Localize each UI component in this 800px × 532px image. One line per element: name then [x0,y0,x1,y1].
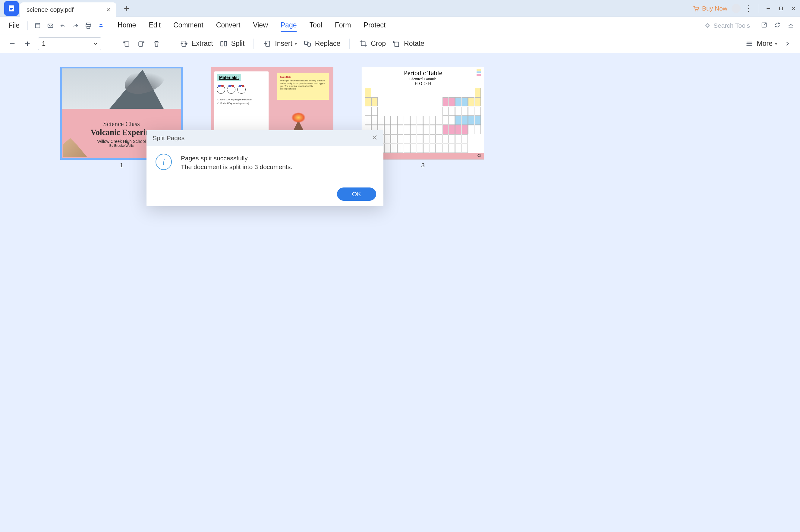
insert-button[interactable]: Insert ▾ [263,39,297,48]
rotate-button[interactable]: Rotate [392,39,424,48]
extract-icon [179,39,188,48]
kebab-menu-icon[interactable]: ⋮ [744,4,753,12]
undo-icon[interactable] [58,21,68,30]
redo-icon[interactable] [71,21,80,30]
insert-icon [263,39,272,48]
dialog-msg2: The document is split into 3 documents. [181,163,292,171]
rotate-label: Rotate [404,39,424,48]
svg-rect-1 [9,5,14,7]
thumb1-line1: Science Class [103,120,140,128]
svg-rect-3 [10,10,12,10]
replace-button[interactable]: Replace [303,39,340,48]
svg-rect-16 [221,41,223,46]
window-maximize-button[interactable] [775,2,787,15]
thumb1-label: 1 [120,162,123,169]
page-number-value: 1 [42,40,45,48]
extract-button[interactable]: Extract [179,39,213,48]
thumb1-line2: Volcanic Experim [91,128,152,137]
buy-now-button[interactable]: Buy Now [692,5,727,12]
user-avatar[interactable] [731,4,741,13]
titlebar: science-copy.pdf Buy Now ⋮ [0,0,800,17]
thumb1-line4: By Brooke Wells [110,144,134,147]
divider [349,39,350,49]
window-close-button[interactable] [787,2,800,15]
split-pages-dialog: Split Pages i Pages split successfully. … [147,130,383,206]
crop-icon [359,39,368,48]
more-button[interactable]: More ▾ [745,39,777,48]
thumb2-note-title: Basic Note [280,76,326,78]
split-icon [219,39,228,48]
divider [253,39,254,49]
replace-icon [303,39,312,48]
window-minimize-button[interactable] [762,2,775,15]
zoom-out-icon[interactable] [8,39,17,48]
dialog-title: Split Pages [153,134,185,142]
sync-icon[interactable] [774,22,781,30]
svg-rect-13 [125,42,129,46]
page-number-input[interactable]: 1 [38,37,101,50]
thumb3-sub2: H-O-O-H [362,81,484,86]
crop-button[interactable]: Crop [359,39,386,48]
thumb2-bullets: • 125ml 10% Hydrogen Peroxide • 1 Sachet… [217,98,266,105]
menu-form[interactable]: Form [335,19,351,32]
more-label: More [757,39,773,48]
share-icon[interactable] [761,22,767,30]
split-button[interactable]: Split [219,39,245,48]
menu-protect[interactable]: Protect [363,19,385,32]
menu-home[interactable]: Home [118,19,136,32]
collapse-ribbon-icon[interactable] [787,22,794,30]
dialog-msg1: Pages split successfully. [181,154,292,163]
dialog-message: Pages split successfully. The document i… [181,154,292,171]
dialog-close-button[interactable] [372,134,377,142]
tab-close-icon[interactable] [106,7,111,12]
dialog-ok-button[interactable]: OK [337,188,376,201]
menu-convert[interactable]: Convert [216,19,241,32]
main-menu: HomeEditCommentConvertViewPageToolFormPr… [118,19,385,32]
menubar: File HomeEditCommentConvertViewPageToolF… [0,17,800,34]
search-tools-placeholder: Search Tools [713,22,750,29]
search-tools[interactable]: Search Tools [704,22,750,29]
thumb1-line3: Willow Creek High School [97,139,146,144]
actionbar: 1 Extract Split Insert ▾ Replace Crop Ro… [0,34,800,53]
crop-label: Crop [371,39,386,48]
overflow-right-icon[interactable] [783,39,792,48]
mail-icon[interactable] [46,21,55,30]
svg-rect-6 [780,7,782,10]
zoom-in-icon[interactable] [23,39,32,48]
svg-rect-14 [139,42,142,46]
page-thumbnails-area: Science Class Volcanic Experim Willow Cr… [0,53,800,532]
divider [170,39,170,49]
menu-view[interactable]: View [253,19,268,32]
svg-rect-8 [48,24,53,27]
info-icon: i [155,154,172,170]
app-logo [4,1,19,16]
menu-page[interactable]: Page [281,19,297,32]
svg-rect-17 [224,41,227,46]
document-name: science-copy.pdf [26,6,74,13]
delete-page-icon[interactable] [152,39,161,48]
file-menu[interactable]: File [6,20,22,31]
new-tab-button[interactable] [122,4,131,13]
thumb2-note-body: Hydrogen peroxide molecules are very uns… [280,80,325,90]
divider [759,4,759,13]
thumb3-label: 3 [421,162,425,169]
svg-rect-20 [308,43,310,46]
rotate-right-page-icon[interactable] [137,39,146,48]
thumb3-sub1: Chemical Formula [362,77,484,81]
menu-tool[interactable]: Tool [309,19,322,32]
document-tab[interactable]: science-copy.pdf [20,2,116,17]
svg-rect-2 [10,8,13,8]
print-icon[interactable] [84,21,93,30]
chevron-down-icon: ▾ [775,41,777,46]
buy-now-label: Buy Now [702,5,727,12]
divider [27,21,28,30]
thumb2-note: Basic Note Hydrogen peroxide molecules a… [277,73,329,100]
open-icon[interactable] [33,21,42,30]
quick-tools-icon[interactable] [96,21,106,30]
rotate-left-page-icon[interactable] [122,39,131,48]
thumb3-legend [477,69,481,76]
menu-edit[interactable]: Edit [149,19,161,32]
thumb2-materials: Materials: [217,74,241,81]
dialog-titlebar: Split Pages [147,130,383,146]
menu-comment[interactable]: Comment [173,19,204,32]
